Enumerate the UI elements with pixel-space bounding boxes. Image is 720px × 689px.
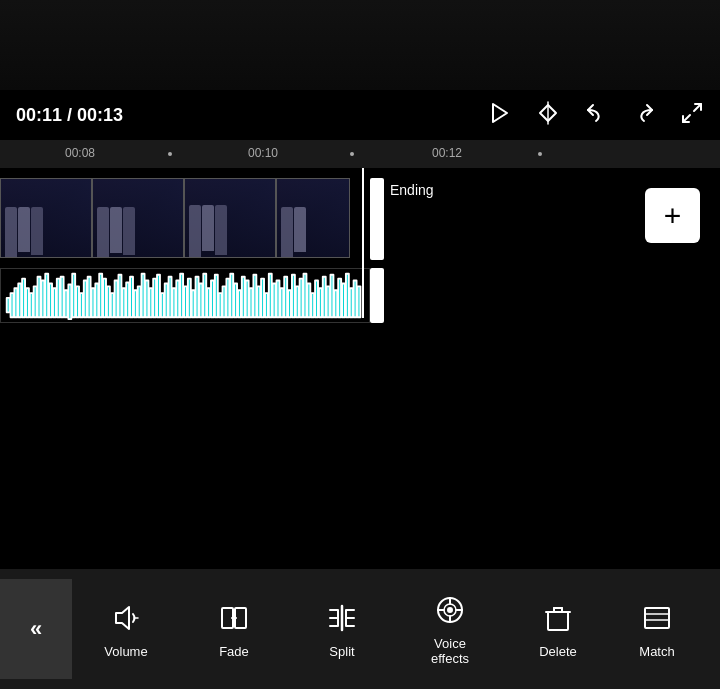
- svg-rect-64: [234, 283, 237, 317]
- svg-rect-37: [130, 277, 133, 317]
- svg-rect-68: [250, 288, 253, 317]
- add-icon: +: [664, 201, 682, 231]
- svg-rect-89: [331, 275, 334, 317]
- svg-rect-32: [111, 293, 114, 317]
- match-tool[interactable]: Match: [612, 579, 702, 679]
- delete-icon: [542, 600, 574, 636]
- preview-area: [0, 0, 720, 90]
- svg-line-4: [683, 115, 690, 122]
- time-separator: /: [67, 105, 77, 125]
- video-thumb-3: [184, 178, 276, 258]
- svg-rect-62: [226, 279, 229, 318]
- svg-rect-83: [307, 283, 310, 317]
- add-clip-button[interactable]: +: [645, 188, 700, 243]
- svg-marker-97: [116, 607, 129, 629]
- svg-rect-28: [95, 283, 98, 317]
- svg-rect-34: [119, 275, 122, 317]
- svg-rect-58: [211, 281, 214, 318]
- back-icon: «: [30, 616, 42, 642]
- video-track[interactable]: [0, 178, 370, 260]
- svg-rect-20: [65, 290, 68, 317]
- audio-waveform: [1, 269, 369, 322]
- svg-rect-112: [548, 612, 568, 630]
- back-button[interactable]: «: [0, 579, 72, 679]
- svg-rect-49: [176, 281, 179, 318]
- ruler-dot-2: [350, 152, 354, 156]
- svg-rect-67: [246, 281, 249, 318]
- audio-track[interactable]: [0, 268, 370, 323]
- svg-rect-31: [107, 286, 110, 317]
- playhead[interactable]: [362, 168, 364, 318]
- svg-rect-57: [207, 288, 210, 317]
- fullscreen-button[interactable]: [680, 101, 704, 130]
- svg-rect-66: [242, 277, 245, 317]
- timeline-container: Ending +: [0, 168, 720, 318]
- svg-marker-0: [493, 104, 507, 122]
- svg-rect-48: [172, 288, 175, 317]
- svg-rect-56: [203, 274, 206, 317]
- ruler-dot-3: [538, 152, 542, 156]
- svg-rect-63: [230, 274, 233, 317]
- svg-rect-92: [342, 283, 345, 317]
- fade-icon: [218, 600, 250, 636]
- svg-rect-29: [99, 274, 102, 317]
- volume-tool[interactable]: Volume: [72, 579, 180, 679]
- svg-rect-96: [357, 286, 360, 317]
- svg-rect-61: [223, 286, 226, 317]
- svg-rect-52: [188, 279, 191, 318]
- svg-rect-55: [199, 283, 202, 317]
- svg-rect-60: [219, 293, 222, 317]
- svg-point-111: [448, 608, 452, 612]
- svg-rect-27: [92, 288, 95, 317]
- split-tool[interactable]: Split: [288, 579, 396, 679]
- svg-rect-12: [34, 286, 37, 317]
- keyframe-button[interactable]: [536, 101, 560, 130]
- svg-rect-46: [165, 283, 168, 317]
- undo-button[interactable]: [584, 101, 608, 130]
- svg-rect-70: [257, 286, 260, 317]
- svg-rect-94: [350, 288, 353, 317]
- play-button[interactable]: [488, 101, 512, 130]
- svg-rect-33: [115, 281, 118, 318]
- split-label: Split: [329, 644, 354, 659]
- svg-rect-24: [80, 293, 83, 317]
- ruler-dot-1: [168, 152, 172, 156]
- svg-rect-86: [319, 288, 322, 317]
- svg-rect-25: [84, 281, 87, 318]
- redo-button[interactable]: [632, 101, 656, 130]
- ending-clip-handle[interactable]: [370, 178, 384, 260]
- fade-label: Fade: [219, 644, 249, 659]
- svg-rect-17: [53, 288, 56, 317]
- svg-rect-90: [334, 290, 337, 317]
- tool-items: Volume Fade: [72, 579, 720, 679]
- fade-tool[interactable]: Fade: [180, 579, 288, 679]
- current-time: 00:11: [16, 105, 62, 125]
- svg-rect-91: [338, 279, 341, 318]
- voice-effects-icon: [434, 592, 466, 628]
- svg-rect-39: [138, 286, 141, 317]
- svg-rect-13: [38, 277, 41, 317]
- svg-rect-5: [7, 298, 10, 312]
- svg-rect-22: [72, 274, 75, 317]
- svg-rect-74: [273, 283, 276, 317]
- svg-rect-15: [45, 274, 48, 317]
- svg-rect-16: [49, 283, 52, 317]
- svg-rect-73: [269, 274, 272, 317]
- svg-rect-30: [103, 279, 106, 318]
- delete-label: Delete: [539, 644, 577, 659]
- audio-clip-handle[interactable]: [370, 268, 384, 323]
- volume-icon: [110, 600, 142, 636]
- svg-rect-11: [30, 293, 33, 317]
- svg-rect-85: [315, 281, 318, 318]
- svg-rect-69: [253, 275, 256, 317]
- svg-line-3: [694, 104, 701, 111]
- svg-rect-82: [304, 274, 307, 317]
- svg-rect-41: [145, 281, 148, 318]
- svg-rect-21: [68, 284, 71, 319]
- delete-tool[interactable]: Delete: [504, 579, 612, 679]
- svg-rect-35: [122, 288, 125, 317]
- svg-rect-36: [126, 282, 129, 317]
- voice-effects-tool[interactable]: Voiceeffects: [396, 579, 504, 679]
- svg-rect-88: [327, 286, 330, 317]
- svg-rect-53: [192, 290, 195, 317]
